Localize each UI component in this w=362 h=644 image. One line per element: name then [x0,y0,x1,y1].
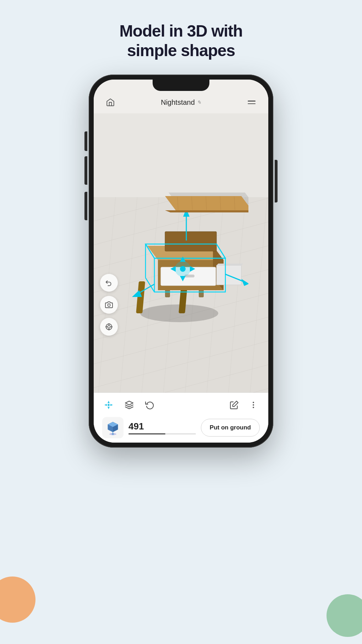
svg-marker-52 [110,404,113,406]
menu-button[interactable] [245,96,258,109]
value-progress-fill [128,433,165,434]
undo-view-button[interactable] [100,274,118,292]
svg-point-65 [112,433,114,435]
svg-rect-14 [165,232,216,251]
select-move-tool[interactable] [102,399,115,411]
decorative-blob-orange [0,577,35,623]
phone-side-button-vol-up [84,156,87,185]
page-title: Model in 3D with simple shapes [0,0,362,71]
menu-line-2 [248,103,256,104]
toolbar-icon-row [102,399,260,411]
phone-notch [153,80,209,91]
phone-side-button-vol-down [84,192,87,220]
value-display: 491 [128,421,196,434]
decorative-blob-green [327,594,362,637]
camera-button[interactable] [100,296,118,314]
phone-side-button-silent [84,131,87,151]
svg-marker-13 [216,264,243,265]
svg-rect-3 [136,281,145,313]
svg-point-42 [108,304,110,307]
put-on-ground-button[interactable]: Put on ground [201,419,260,437]
toolbar-right-icons [228,399,260,411]
phone-screen: Nightstand ✎ [94,80,268,443]
phone-frame: Nightstand ✎ [89,75,273,448]
layers-tool[interactable] [123,399,136,411]
svg-marker-41 [165,210,248,212]
furniture-scene [94,113,268,393]
target-button[interactable] [100,318,118,336]
object-preview-icon [102,417,124,438]
svg-point-58 [253,407,254,408]
svg-point-56 [253,402,254,403]
svg-marker-54 [125,401,133,405]
svg-point-57 [253,404,254,406]
value-number: 491 [128,421,196,432]
svg-marker-49 [108,401,110,403]
toolbar-bottom-row: 491 Put on ground [102,417,260,438]
svg-point-53 [108,404,110,406]
object-thumbnail [105,420,121,435]
svg-marker-51 [104,404,107,406]
app-title: Nightstand ✎ [161,98,201,107]
svg-point-23 [180,266,186,272]
paint-tool[interactable] [228,399,241,411]
3d-viewport[interactable] [94,113,268,393]
value-progress-bar [128,433,196,434]
bottom-toolbar: 491 Put on ground [94,393,268,443]
svg-marker-50 [108,407,110,409]
left-toolbar [100,274,118,336]
svg-point-44 [108,326,110,328]
more-options-button[interactable] [247,399,260,411]
menu-line-1 [248,101,256,102]
home-button[interactable] [104,96,117,109]
nightstand-3d [114,164,248,342]
phone-side-button-power [275,160,278,202]
phone-mockup: Nightstand ✎ [0,75,362,448]
toolbar-left-icons [102,399,156,411]
undo-tool[interactable] [143,399,156,411]
edit-icon[interactable]: ✎ [197,99,201,105]
svg-marker-33 [241,279,248,286]
